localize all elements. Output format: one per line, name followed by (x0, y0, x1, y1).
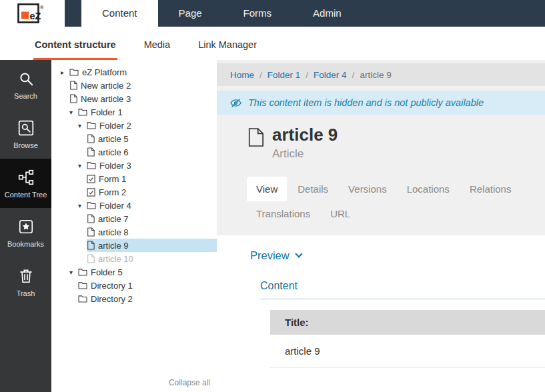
tree-item-directory-1[interactable]: Directory 1 (51, 279, 217, 292)
secondary-nav: Content structureMediaLink Manager (0, 27, 545, 60)
article-icon (87, 241, 95, 250)
tree-item-label: Directory 1 (91, 281, 133, 291)
top-tab-forms[interactable]: Forms (223, 0, 293, 27)
tab-url[interactable]: URL (321, 201, 360, 226)
tree-item-article-8[interactable]: article 8 (51, 225, 217, 239)
collapse-toggle-icon[interactable]: ▾ (78, 122, 87, 129)
tree-item-label: Folder 5 (91, 267, 123, 277)
tree-item-label: article 7 (98, 214, 129, 224)
article-icon (87, 134, 95, 143)
tree-item-body[interactable]: ▾Folder 4 (78, 199, 217, 212)
sidebar-item-browse[interactable]: Browse (0, 109, 51, 159)
folder-icon (69, 68, 79, 76)
top-tab-page[interactable]: Page (158, 0, 223, 27)
ez-logo-icon: eZ ® (17, 3, 48, 23)
tree-item-folder-2[interactable]: ▾Folder 2 (51, 119, 217, 132)
collapse-toggle-icon[interactable]: ▾ (69, 109, 78, 116)
tree-item-article-9[interactable]: article 9 (51, 239, 217, 252)
top-bar: eZ ® ContentPageFormsAdmin (0, 0, 545, 27)
collapse-toggle-icon[interactable]: ▾ (69, 269, 78, 276)
tree-item-article-6[interactable]: article 6 (51, 145, 217, 159)
hidden-eye-icon (229, 97, 242, 109)
tree-item-body[interactable]: Directory 1 (78, 279, 217, 292)
sub-tab-media[interactable]: Media (143, 39, 172, 60)
folder-icon (87, 121, 96, 129)
main-content: Home/Folder 1/Folder 4/article 9 This co… (217, 60, 545, 392)
article-icon (69, 81, 77, 90)
folder-icon (78, 268, 87, 276)
breadcrumb-item-folder-1[interactable]: Folder 1 (267, 70, 301, 80)
tree-item-form-1[interactable]: Form 1 (51, 172, 217, 185)
tree-item-folder-3[interactable]: ▾Folder 3 (51, 159, 217, 172)
tree-item-body[interactable]: ▾Folder 5 (69, 265, 217, 279)
tree-item-body[interactable]: article 8 (87, 225, 217, 239)
top-tab-content[interactable]: Content (81, 0, 158, 27)
tree-item-directory-2[interactable]: Directory 2 (51, 292, 217, 305)
tree-item-body[interactable]: New article 2 (69, 79, 217, 92)
tab-versions[interactable]: Versions (339, 177, 396, 201)
tree-item-article-7[interactable]: article 7 (51, 212, 217, 225)
tree-item-body[interactable]: article 5 (87, 132, 217, 145)
content-tree: ▸eZ PlatformNew article 2New article 3▾F… (51, 65, 217, 305)
tab-details[interactable]: Details (288, 177, 338, 201)
tree-item-folder-5[interactable]: ▾Folder 5 (51, 265, 217, 279)
tree-item-body[interactable]: article 9 (87, 239, 217, 252)
title-text: article 9 Article (272, 125, 338, 161)
tree-item-label: Form 2 (99, 187, 126, 197)
body-row: SearchBrowseContent TreeBookmarksTrash ▸… (0, 60, 545, 392)
field-value: article 9 (285, 345, 320, 357)
content-tree-panel: ▸eZ PlatformNew article 2New article 3▾F… (51, 60, 217, 392)
article-icon (87, 254, 95, 263)
tree-item-body[interactable]: article 10 (87, 252, 217, 265)
sidebar-item-search[interactable]: Search (0, 60, 51, 109)
tab-locations[interactable]: Locations (398, 177, 459, 201)
tab-translations[interactable]: Translations (247, 201, 320, 226)
tab-relations[interactable]: Relations (460, 177, 521, 201)
collapse-toggle-icon[interactable]: ▾ (78, 162, 87, 169)
tree-item-body[interactable]: ▾Folder 2 (78, 119, 217, 132)
tree-item-body[interactable]: ▾Folder 1 (69, 105, 217, 119)
tree-item-body[interactable]: New article 3 (69, 92, 217, 105)
expand-toggle-icon[interactable]: ▸ (61, 69, 69, 76)
content-type-label: Article (272, 147, 338, 161)
tree-item-body[interactable]: Form 2 (87, 185, 217, 199)
collapse-toggle-icon[interactable]: ▾ (78, 202, 87, 209)
preview-toggle[interactable]: Preview (217, 235, 302, 262)
tree-item-body[interactable]: ▸eZ Platform (61, 65, 217, 79)
tree-item-form-2[interactable]: Form 2 (51, 185, 217, 199)
tree-item-ez-platform[interactable]: ▸eZ Platform (51, 65, 217, 79)
tree-item-new-article-2[interactable]: New article 2 (51, 79, 217, 92)
search-icon (17, 70, 35, 87)
article-icon (247, 127, 264, 148)
sub-tab-link-manager[interactable]: Link Manager (197, 39, 258, 60)
tree-item-body[interactable]: ▾Folder 3 (78, 159, 217, 172)
preview-label: Preview (250, 249, 290, 262)
logo-text: eZ (29, 11, 41, 21)
sidebar-item-bookmarks[interactable]: Bookmarks (0, 208, 51, 257)
sub-tab-content-structure[interactable]: Content structure (33, 39, 117, 60)
tree-item-folder-1[interactable]: ▾Folder 1 (51, 105, 217, 119)
tree-item-article-10[interactable]: article 10 (51, 252, 217, 265)
tree-item-body[interactable]: Form 1 (87, 172, 217, 185)
collapse-all-button[interactable]: Collapse all (169, 378, 210, 387)
app-window: eZ ® ContentPageFormsAdmin Content struc… (0, 0, 545, 392)
tree-item-folder-4[interactable]: ▾Folder 4 (51, 199, 217, 212)
tree-item-new-article-3[interactable]: New article 3 (51, 92, 217, 105)
tree-item-label: Folder 4 (99, 201, 131, 211)
breadcrumb-item-home[interactable]: Home (230, 70, 254, 80)
tree-item-label: article 9 (98, 241, 129, 251)
tree-item-article-5[interactable]: article 5 (51, 132, 217, 145)
tree-item-body[interactable]: article 7 (87, 212, 217, 225)
sidebar-item-content-tree[interactable]: Content Tree (0, 159, 51, 208)
tab-view[interactable]: View (247, 177, 287, 201)
article-icon (87, 214, 95, 223)
tree-item-body[interactable]: article 6 (87, 145, 217, 159)
breadcrumb-item-folder-4[interactable]: Folder 4 (314, 70, 347, 80)
folder-icon (87, 201, 96, 209)
ez-logo[interactable]: eZ ® (0, 0, 65, 27)
sidebar-item-trash[interactable]: Trash (0, 257, 51, 307)
tree-item-body[interactable]: Directory 2 (78, 292, 217, 305)
breadcrumb-separator: / (259, 70, 262, 80)
field-value-row: article 9 (270, 335, 545, 368)
top-tab-admin[interactable]: Admin (292, 0, 362, 27)
